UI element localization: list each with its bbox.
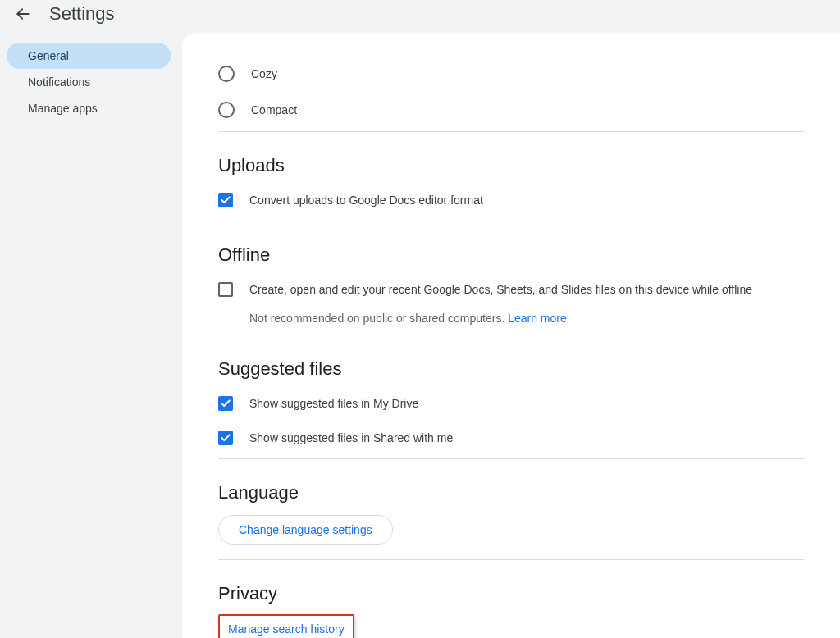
sidebar: General Notifications Manage apps [0,33,177,638]
section-title-privacy: Privacy [218,583,804,604]
highlight-box: Manage search history [218,614,354,638]
divider [218,221,804,221]
sidebar-item-label: General [28,49,69,62]
offline-note: Not recommended on public or shared comp… [249,312,804,325]
divider [218,458,804,459]
offline-enable-row[interactable]: Create, open and edit your recent Google… [218,272,804,307]
manage-search-history-link[interactable]: Manage search history [220,616,353,638]
change-language-button[interactable]: Change language settings [218,515,393,545]
back-arrow-icon[interactable] [13,4,33,24]
divider [218,559,804,560]
density-label: Compact [251,103,297,116]
sidebar-item-manage-apps[interactable]: Manage apps [7,95,171,121]
sidebar-item-label: Manage apps [28,102,98,115]
section-title-language: Language [218,482,804,504]
suggested-mydrive-label: Show suggested files in My Drive [249,397,418,410]
divider [218,335,804,335]
uploads-convert-row[interactable]: Convert uploads to Google Docs editor fo… [218,183,804,217]
suggested-mydrive-row[interactable]: Show suggested files in My Drive [218,386,804,421]
checkbox-icon[interactable] [218,431,233,445]
density-option-cozy[interactable]: Cozy [218,56,804,92]
offline-enable-label: Create, open and edit your recent Google… [249,283,752,296]
sidebar-item-label: Notifications [28,75,90,89]
uploads-convert-label: Convert uploads to Google Docs editor fo… [249,194,483,207]
page-title: Settings [49,3,115,25]
density-option-compact[interactable]: Compact [218,92,804,128]
sidebar-item-general[interactable]: General [7,43,171,69]
checkbox-icon[interactable] [218,193,233,207]
sidebar-item-notifications[interactable]: Notifications [7,69,171,95]
content-panel: Cozy Compact Uploads Convert uploads to … [182,33,840,638]
suggested-shared-label: Show suggested files in Shared with me [249,431,453,444]
section-title-offline: Offline [218,244,804,266]
density-label: Cozy [251,67,277,80]
topbar: Settings [0,0,840,33]
radio-icon[interactable] [218,66,235,82]
checkbox-icon[interactable] [218,396,233,411]
divider [218,131,804,132]
offline-note-text: Not recommended on public or shared comp… [249,312,508,325]
section-title-suggested: Suggested files [218,358,804,380]
suggested-shared-row[interactable]: Show suggested files in Shared with me [218,421,804,455]
learn-more-link[interactable]: Learn more [508,312,567,325]
checkbox-icon[interactable] [218,282,233,297]
section-title-uploads: Uploads [218,155,804,176]
radio-icon[interactable] [218,102,235,118]
